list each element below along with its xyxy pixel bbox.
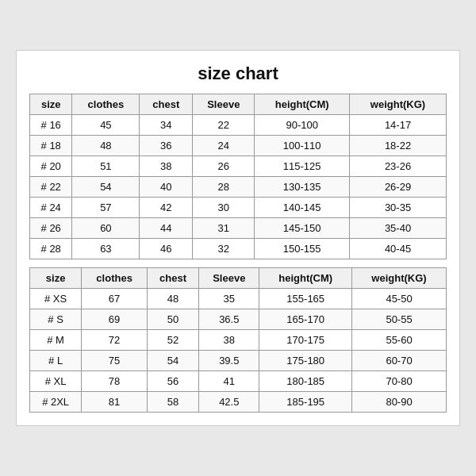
table2-col-header: Sleeve bbox=[199, 268, 259, 289]
table-row: # L755439.5175-18060-70 bbox=[30, 351, 447, 371]
table-cell: 41 bbox=[199, 371, 259, 392]
table-row: # 18483624100-11018-22 bbox=[30, 136, 447, 156]
table-cell: # 20 bbox=[30, 156, 72, 177]
table-cell: 50 bbox=[147, 309, 198, 330]
table-cell: 165-170 bbox=[259, 309, 352, 330]
section-gap bbox=[29, 259, 447, 267]
table-row: # XL785641180-18570-80 bbox=[30, 371, 447, 392]
table1-header: sizeclotheschestSleeveheight(CM)weight(K… bbox=[30, 94, 447, 115]
table1-col-header: Sleeve bbox=[193, 94, 255, 115]
table-row: # M725238170-17555-60 bbox=[30, 330, 447, 351]
table-cell: 150-155 bbox=[255, 239, 350, 259]
table2-col-header: height(CM) bbox=[259, 268, 352, 289]
table2-header-row: sizeclotheschestSleeveheight(CM)weight(K… bbox=[30, 268, 447, 289]
table-cell: 69 bbox=[82, 309, 148, 330]
table2-col-header: weight(KG) bbox=[352, 268, 447, 289]
table-cell: 28 bbox=[193, 177, 255, 198]
table-cell: # 22 bbox=[30, 177, 72, 198]
table-cell: # M bbox=[30, 330, 82, 351]
chart-title: size chart bbox=[29, 63, 447, 84]
table-row: # 22544028130-13526-29 bbox=[30, 177, 447, 198]
table-cell: 40-45 bbox=[350, 239, 447, 259]
table-cell: 50-55 bbox=[352, 309, 447, 330]
table1-col-header: weight(KG) bbox=[350, 94, 447, 115]
table-cell: 35 bbox=[199, 289, 259, 309]
table-cell: 45 bbox=[72, 115, 140, 136]
table-cell: 42 bbox=[140, 198, 193, 218]
table-cell: 185-195 bbox=[259, 392, 352, 413]
table-row: # 2XL815842.5185-19580-90 bbox=[30, 392, 447, 413]
table-cell: 46 bbox=[140, 239, 193, 259]
table-cell: 48 bbox=[147, 289, 198, 309]
table-cell: 51 bbox=[72, 156, 140, 177]
table-cell: 155-165 bbox=[259, 289, 352, 309]
table-cell: 42.5 bbox=[199, 392, 259, 413]
table-row: # 20513826115-12523-26 bbox=[30, 156, 447, 177]
table-cell: 140-145 bbox=[255, 198, 350, 218]
table-cell: 55-60 bbox=[352, 330, 447, 351]
table-cell: 100-110 bbox=[255, 136, 350, 156]
table-cell: 32 bbox=[193, 239, 255, 259]
table-cell: 80-90 bbox=[352, 392, 447, 413]
table1-body: # 1645342290-10014-17# 18483624100-11018… bbox=[30, 115, 447, 259]
size-chart-card: size chart sizeclotheschestSleeveheight(… bbox=[16, 50, 460, 426]
table-cell: # 28 bbox=[30, 239, 72, 259]
table-cell: 36.5 bbox=[199, 309, 259, 330]
table-cell: 40 bbox=[140, 177, 193, 198]
table-cell: # 26 bbox=[30, 218, 72, 239]
table1-col-header: clothes bbox=[72, 94, 140, 115]
table-cell: 56 bbox=[147, 371, 198, 392]
table1-col-header: size bbox=[30, 94, 72, 115]
table-cell: 36 bbox=[140, 136, 193, 156]
table-row: # 24574230140-14530-35 bbox=[30, 198, 447, 218]
table-cell: # 2XL bbox=[30, 392, 82, 413]
table-cell: 34 bbox=[140, 115, 193, 136]
table-cell: 78 bbox=[82, 371, 148, 392]
table-cell: # 16 bbox=[30, 115, 72, 136]
table-cell: 38 bbox=[199, 330, 259, 351]
table-row: # XS674835155-16545-50 bbox=[30, 289, 447, 309]
table1-col-header: chest bbox=[140, 94, 193, 115]
table-cell: 26-29 bbox=[350, 177, 447, 198]
table-cell: 175-180 bbox=[259, 351, 352, 371]
table-cell: 57 bbox=[72, 198, 140, 218]
table-row: # S695036.5165-17050-55 bbox=[30, 309, 447, 330]
table-cell: 180-185 bbox=[259, 371, 352, 392]
table-cell: 52 bbox=[147, 330, 198, 351]
table-row: # 26604431145-15035-40 bbox=[30, 218, 447, 239]
table-cell: 30 bbox=[193, 198, 255, 218]
table-row: # 1645342290-10014-17 bbox=[30, 115, 447, 136]
table2-col-header: chest bbox=[147, 268, 198, 289]
table2-body: # XS674835155-16545-50# S695036.5165-170… bbox=[30, 289, 447, 413]
table-cell: 48 bbox=[72, 136, 140, 156]
table-cell: 75 bbox=[82, 351, 148, 371]
table-cell: # XS bbox=[30, 289, 82, 309]
table-cell: 63 bbox=[72, 239, 140, 259]
table-cell: 39.5 bbox=[199, 351, 259, 371]
table-cell: 23-26 bbox=[350, 156, 447, 177]
table2-col-header: size bbox=[30, 268, 82, 289]
table-row: # 28634632150-15540-45 bbox=[30, 239, 447, 259]
table2-header: sizeclotheschestSleeveheight(CM)weight(K… bbox=[30, 268, 447, 289]
table-cell: 115-125 bbox=[255, 156, 350, 177]
table2-col-header: clothes bbox=[82, 268, 148, 289]
table-cell: 18-22 bbox=[350, 136, 447, 156]
table1-col-header: height(CM) bbox=[255, 94, 350, 115]
table-cell: 170-175 bbox=[259, 330, 352, 351]
size-table-1: sizeclotheschestSleeveheight(CM)weight(K… bbox=[29, 94, 447, 259]
table-cell: 60 bbox=[72, 218, 140, 239]
table-cell: # 24 bbox=[30, 198, 72, 218]
size-table-2: sizeclotheschestSleeveheight(CM)weight(K… bbox=[29, 267, 447, 413]
table-cell: 54 bbox=[72, 177, 140, 198]
table-cell: 24 bbox=[193, 136, 255, 156]
table-cell: 44 bbox=[140, 218, 193, 239]
table-cell: # S bbox=[30, 309, 82, 330]
table-cell: # L bbox=[30, 351, 82, 371]
table-cell: 145-150 bbox=[255, 218, 350, 239]
table-cell: # 18 bbox=[30, 136, 72, 156]
table-cell: 67 bbox=[82, 289, 148, 309]
table-cell: 81 bbox=[82, 392, 148, 413]
table-cell: 54 bbox=[147, 351, 198, 371]
table-cell: 60-70 bbox=[352, 351, 447, 371]
table-cell: 22 bbox=[193, 115, 255, 136]
